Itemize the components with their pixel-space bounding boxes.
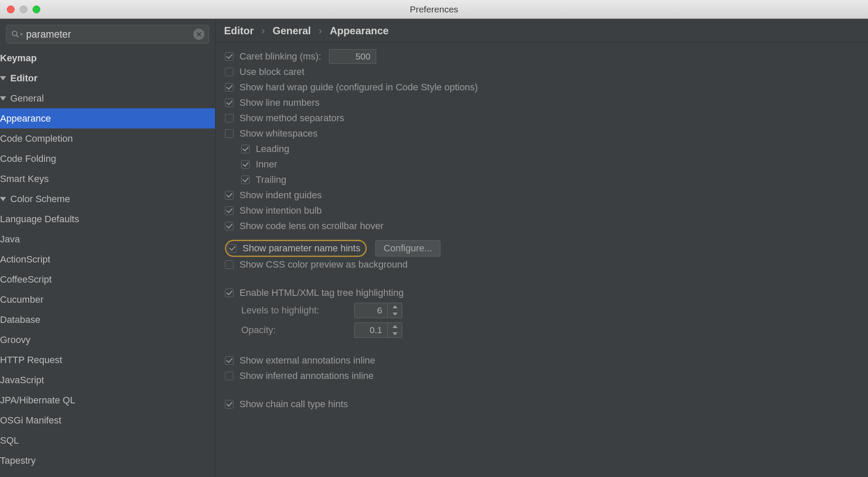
spinner-up-icon[interactable] [388, 303, 402, 310]
checkbox[interactable] [225, 356, 233, 365]
checkbox[interactable] [225, 98, 233, 107]
checkbox[interactable] [225, 52, 233, 61]
setting-label: Levels to highlight: [241, 305, 344, 316]
spinner-down-icon[interactable] [388, 330, 402, 337]
setting-tag-tree: Enable HTML/XML tag tree highlighting [225, 285, 859, 301]
tree-item-cs[interactable]: CoffeeScript [0, 269, 215, 289]
caret-blinking-input[interactable]: 500 [329, 49, 376, 64]
setting-label: Inner [256, 159, 277, 170]
preferences-sidebar: ▾ ✕ Keymap Editor General Appearance Cod… [0, 19, 216, 477]
tree-label: ActionScript [0, 254, 50, 265]
tree-item-cs[interactable]: JPA/Hibernate QL [0, 390, 215, 410]
tree-item-cs[interactable]: ActionScript [0, 249, 215, 269]
main-pane: Editor › General › Appearance Caret blin… [216, 19, 868, 477]
svg-point-0 [12, 31, 17, 36]
tree-item-cs[interactable]: Tapestry [0, 450, 215, 471]
breadcrumb-part[interactable]: Appearance [330, 25, 389, 37]
checkbox[interactable] [241, 176, 250, 184]
disclosure-triangle-icon[interactable] [0, 76, 6, 80]
search-history-chevron-icon[interactable]: ▾ [20, 31, 23, 37]
chevron-right-icon: › [261, 25, 265, 37]
tree-label: Language Defaults [0, 214, 79, 225]
tree-item-smart-keys[interactable]: Smart Keys [0, 169, 215, 189]
checkbox[interactable] [225, 260, 233, 269]
setting-label: Show inferred annotations inline [239, 370, 374, 382]
tree-item-cs[interactable]: Language Defaults [0, 209, 215, 229]
svg-line-1 [17, 36, 19, 38]
checkbox[interactable] [225, 222, 233, 230]
checkbox[interactable] [241, 145, 250, 153]
zoom-window-button[interactable] [33, 6, 40, 13]
setting-label: Show code lens on scrollbar hover [239, 221, 383, 232]
setting-hard-wrap: Show hard wrap guide (configured in Code… [225, 80, 859, 95]
tree-item-color-scheme[interactable]: Color Scheme [0, 189, 215, 209]
search-input[interactable] [26, 29, 193, 40]
checkbox[interactable] [225, 372, 233, 380]
tree-label: Code Folding [0, 153, 56, 164]
setting-label: Leading [256, 143, 289, 155]
setting-ws-inner: Inner [241, 157, 859, 172]
spinner-up-icon[interactable] [388, 323, 402, 330]
checkbox[interactable] [225, 400, 233, 408]
checkbox[interactable] [225, 114, 233, 122]
titlebar: Preferences [0, 0, 868, 19]
tree-label: Cucumber [0, 294, 43, 305]
tree-label: Color Scheme [10, 194, 70, 205]
checkbox[interactable] [225, 129, 233, 138]
tree-label: Java [0, 234, 20, 245]
tree-item-code-folding[interactable]: Code Folding [0, 149, 215, 169]
chevron-right-icon: › [319, 25, 322, 37]
tree-item-code-completion[interactable]: Code Completion [0, 128, 215, 149]
tree-item-cs[interactable]: Groovy [0, 330, 215, 350]
checkbox[interactable] [225, 191, 233, 200]
tree-item-cs[interactable]: OSGi Manifest [0, 410, 215, 430]
setting-label: Show line numbers [239, 97, 320, 108]
setting-label: Show method separators [239, 113, 344, 124]
close-window-button[interactable] [7, 6, 15, 13]
opacity-spinner[interactable]: 0.1 [354, 322, 402, 338]
disclosure-triangle-icon[interactable] [0, 197, 6, 201]
setting-label: Enable HTML/XML tag tree highlighting [239, 287, 404, 298]
setting-caret-blinking: Caret blinking (ms): 500 [225, 49, 859, 64]
tree-item-cs[interactable]: HTTP Request [0, 350, 215, 370]
tree-item-general[interactable]: General [0, 88, 215, 108]
setting-indent-guides: Show indent guides [225, 188, 859, 203]
breadcrumb-part[interactable]: General [272, 25, 311, 37]
checkbox[interactable] [225, 83, 233, 92]
tree-item-cs[interactable]: Database [0, 310, 215, 330]
setting-label: Caret blinking (ms): [239, 51, 321, 62]
configure-button[interactable]: Configure... [375, 240, 440, 256]
setting-ws-leading: Leading [241, 141, 859, 157]
tree-item-cs[interactable]: JavaScript [0, 370, 215, 390]
clear-search-button[interactable]: ✕ [193, 29, 204, 40]
search-field[interactable]: ▾ ✕ [6, 25, 209, 44]
checkbox[interactable] [225, 68, 233, 76]
setting-ws-trailing: Trailing [241, 172, 859, 188]
setting-label: Opacity: [241, 325, 344, 336]
setting-label: Show indent guides [239, 190, 322, 201]
tree-label: Smart Keys [0, 173, 49, 185]
checkbox[interactable] [225, 289, 233, 297]
minimize-window-button[interactable] [20, 6, 27, 13]
checkbox[interactable] [225, 206, 233, 215]
setting-intention-bulb: Show intention bulb [225, 203, 859, 218]
setting-label: Show intention bulb [239, 205, 322, 216]
tree-item-appearance[interactable]: Appearance [0, 108, 215, 128]
breadcrumb-part[interactable]: Editor [224, 25, 254, 37]
window-controls [7, 6, 40, 13]
tree-item-cs[interactable]: Java [0, 229, 215, 249]
checkbox[interactable] [228, 244, 236, 253]
tree-item-cs[interactable]: Cucumber [0, 289, 215, 310]
spinner-down-icon[interactable] [388, 310, 402, 318]
tree-item-keymap[interactable]: Keymap [0, 48, 215, 68]
checkbox[interactable] [241, 160, 250, 169]
tree-label: Groovy [0, 334, 30, 346]
disclosure-triangle-icon[interactable] [0, 96, 6, 101]
levels-spinner[interactable]: 6 [354, 303, 402, 318]
setting-chain-hints: Show chain call type hints [225, 397, 859, 412]
search-icon [11, 30, 20, 39]
tree-label: JavaScript [0, 375, 44, 386]
tree-item-editor[interactable]: Editor [0, 68, 215, 88]
setting-label: Show hard wrap guide (configured in Code… [239, 82, 478, 93]
tree-item-cs[interactable]: SQL [0, 430, 215, 450]
